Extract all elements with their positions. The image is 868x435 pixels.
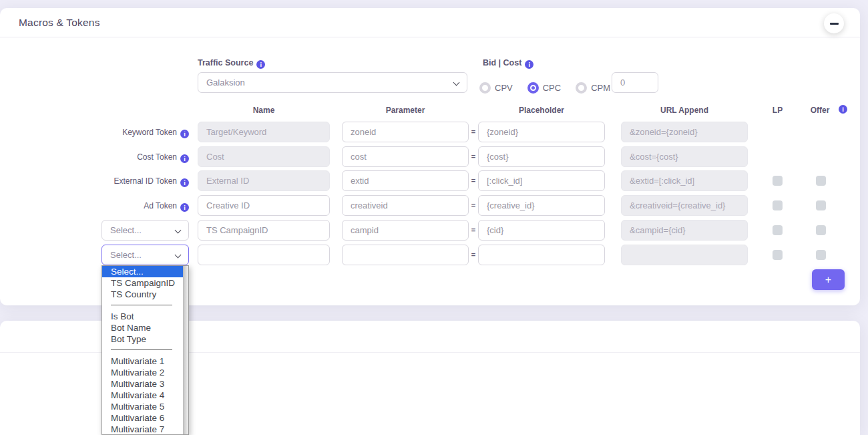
offer-info-icon[interactable]: i (839, 105, 847, 114)
name-input (198, 146, 330, 167)
row-label: External ID Tokeni (114, 176, 190, 187)
lp-checkbox[interactable] (773, 200, 783, 210)
dropdown-separator (102, 300, 183, 311)
parameter-input[interactable] (342, 122, 469, 142)
table-row-token-2: Token 2 Select... = (0, 245, 860, 265)
info-icon[interactable]: i (180, 154, 189, 163)
column-header-url-append: URL Append (621, 106, 748, 115)
radio-cpm[interactable] (576, 82, 587, 94)
equals-sign: = (469, 226, 477, 234)
column-header-parameter: Parameter (342, 106, 469, 115)
collapse-button[interactable] (824, 13, 844, 33)
parameter-input[interactable] (342, 195, 469, 216)
url-append-input (621, 122, 748, 142)
placeholder-input[interactable] (478, 220, 605, 241)
dropdown-option-multivariate-3[interactable]: Multivariate 3 (102, 378, 183, 390)
bid-cost-label: Bid | Costi (483, 58, 533, 69)
offer-checkbox[interactable] (816, 225, 826, 235)
equals-sign: = (469, 152, 477, 160)
dropdown-option-select[interactable]: Select... (102, 266, 183, 277)
info-icon[interactable]: i (525, 60, 533, 69)
dropdown-option-is-bot[interactable]: Is Bot (102, 311, 183, 322)
add-token-button[interactable]: + (812, 269, 845, 290)
radio-cpm-label: CPM (591, 83, 610, 93)
url-append-input (621, 220, 748, 241)
placeholder-input[interactable] (478, 195, 605, 216)
dropdown-option-ts-campaignid[interactable]: TS CampaignID (102, 277, 183, 289)
token-1-select[interactable]: Select... (101, 220, 189, 241)
dropdown-scrollbar[interactable] (183, 266, 188, 434)
token-2-dropdown-list: Select... TS CampaignID TS Country Is Bo… (101, 265, 189, 435)
radio-cpv-label: CPV (495, 83, 513, 93)
macros-tokens-card: Macros & Tokens Traffic Sourcei Galaksio… (0, 8, 860, 305)
dropdown-option-ts-country[interactable]: TS Country (102, 289, 183, 300)
info-icon[interactable]: i (180, 203, 189, 212)
parameter-input[interactable] (342, 220, 469, 241)
offer-checkbox[interactable] (816, 176, 826, 186)
row-label: Ad Tokeni (144, 201, 189, 212)
minus-icon (830, 23, 839, 25)
placeholder-input[interactable] (478, 245, 605, 265)
row-label: Cost Tokeni (137, 152, 189, 163)
page-title: Macros & Tokens (19, 17, 100, 29)
traffic-source-value: Galaksion (206, 78, 245, 88)
bid-cost-radios: CPV CPC CPM (479, 78, 625, 98)
placeholder-input[interactable] (478, 146, 605, 167)
equals-sign: = (469, 201, 477, 209)
info-icon[interactable]: i (180, 178, 189, 187)
info-icon[interactable]: i (180, 130, 189, 138)
lp-checkbox[interactable] (773, 225, 783, 235)
url-append-input (621, 146, 748, 167)
offer-checkbox[interactable] (816, 200, 826, 210)
dropdown-option-multivariate-7[interactable]: Multivariate 7 (102, 424, 183, 435)
name-input (198, 122, 330, 142)
dropdown-option-multivariate-2[interactable]: Multivariate 2 (102, 367, 183, 378)
dropdown-option-bot-name[interactable]: Bot Name (102, 322, 183, 333)
column-header-placeholder: Placeholder (478, 106, 605, 115)
traffic-source-select[interactable]: Galaksion (198, 72, 467, 93)
column-header-offer: Offer (805, 106, 835, 115)
url-append-input (621, 195, 748, 216)
table-row-cost-token: Cost Tokeni = (0, 146, 860, 167)
table-row-token-1: Token 1i Select... = (0, 220, 860, 241)
radio-cpc-label: CPC (543, 83, 561, 93)
url-append-input (621, 245, 748, 265)
radio-cpc[interactable] (527, 82, 539, 94)
row-label: Keyword Tokeni (122, 128, 189, 138)
column-header-name: Name (198, 106, 330, 115)
name-input[interactable] (198, 245, 330, 265)
dropdown-option-bot-type[interactable]: Bot Type (102, 333, 183, 345)
column-header-lp: LP (766, 106, 789, 115)
name-input[interactable] (198, 195, 330, 216)
chevron-down-icon (175, 227, 182, 234)
name-input[interactable] (198, 220, 330, 241)
equals-sign: = (469, 128, 477, 136)
dropdown-option-multivariate-4[interactable]: Multivariate 4 (102, 390, 183, 401)
url-append-input (621, 170, 748, 191)
table-row-external-id-token: External ID Tokeni = (0, 170, 860, 191)
card-header: Macros & Tokens (0, 8, 860, 37)
parameter-input[interactable] (342, 170, 469, 191)
placeholder-input[interactable] (478, 122, 605, 142)
table-row-keyword-token: Keyword Tokeni = (0, 122, 860, 142)
parameter-input[interactable] (342, 146, 469, 167)
dropdown-option-multivariate-6[interactable]: Multivariate 6 (102, 412, 183, 424)
table-row-ad-token: Ad Tokeni = (0, 195, 860, 216)
dropdown-option-multivariate-5[interactable]: Multivariate 5 (102, 401, 183, 412)
traffic-source-label: Traffic Sourcei (198, 58, 265, 69)
placeholder-input[interactable] (478, 170, 605, 191)
radio-cpv[interactable] (479, 82, 491, 94)
parameter-input[interactable] (342, 245, 469, 265)
info-icon[interactable]: i (256, 60, 265, 69)
dropdown-separator (102, 345, 183, 355)
equals-sign: = (469, 176, 477, 184)
name-input (198, 170, 330, 191)
offer-checkbox[interactable] (816, 250, 826, 260)
token-2-select[interactable]: Select... (101, 245, 189, 265)
equals-sign: = (469, 251, 477, 259)
dropdown-option-multivariate-1[interactable]: Multivariate 1 (102, 355, 183, 367)
cost-input[interactable] (612, 72, 658, 93)
lp-checkbox[interactable] (773, 176, 783, 186)
chevron-down-icon (175, 252, 182, 259)
lp-checkbox[interactable] (773, 250, 783, 260)
